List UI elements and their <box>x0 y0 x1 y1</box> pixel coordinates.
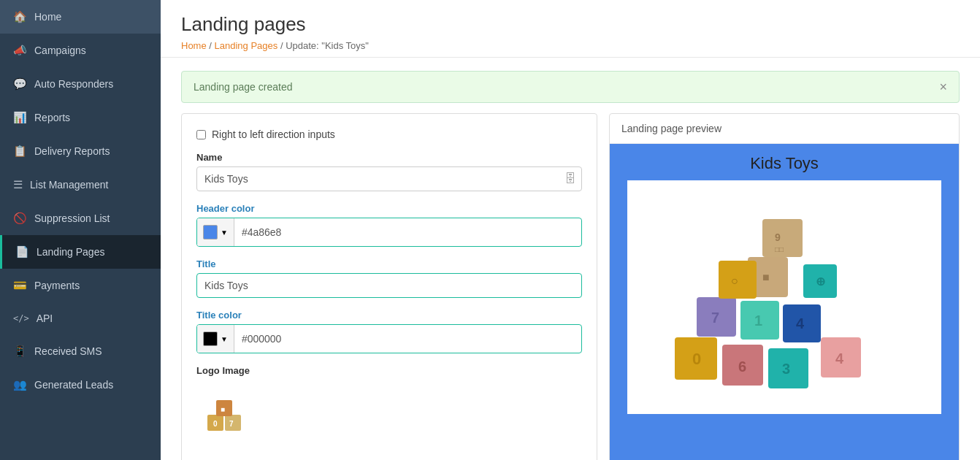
page-header: Landing pages Home / Landing Pages / Upd… <box>161 0 980 58</box>
alert-close-button[interactable]: × <box>939 80 947 93</box>
svg-text:○: ○ <box>731 275 738 287</box>
sidebar-item-campaigns[interactable]: 📣 Campaigns <box>0 34 161 67</box>
breadcrumb-home[interactable]: Home <box>181 40 207 51</box>
campaigns-icon: 📣 <box>13 44 27 57</box>
page-title: Landing pages <box>181 13 960 36</box>
svg-text:0: 0 <box>692 350 701 368</box>
preview-image-area: 0 6 3 7 1 <box>627 180 941 414</box>
form-panel: Right to left direction inputs Name 🗄 He… <box>181 113 597 460</box>
received-sms-icon: 📱 <box>13 345 27 358</box>
sidebar-item-auto-responders[interactable]: 💬 Auto Responders <box>0 67 161 101</box>
title-color-group: Title color ▼ <box>196 310 582 353</box>
svg-text:■: ■ <box>762 271 770 283</box>
success-alert: Landing page created × <box>181 71 960 103</box>
title-color-dropdown-icon: ▼ <box>221 335 228 343</box>
title-field-group: Title <box>196 258 582 298</box>
svg-text:7: 7 <box>229 420 234 428</box>
content-area: Landing page created × Right to left dir… <box>161 58 980 460</box>
title-color-label: Title color <box>196 310 582 321</box>
toy-blocks-illustration: 0 6 3 7 1 <box>660 191 908 403</box>
title-color-input-wrapper: ▼ <box>196 324 582 353</box>
title-label: Title <box>196 258 582 269</box>
header-color-swatch-button[interactable]: ▼ <box>197 218 234 246</box>
rtl-label[interactable]: Right to left direction inputs <box>212 129 335 140</box>
preview-label: Landing page preview <box>610 114 959 144</box>
title-color-text-input[interactable] <box>234 327 581 350</box>
sidebar-item-home[interactable]: 🏠 Home <box>0 0 161 34</box>
header-color-text-input[interactable] <box>234 221 581 244</box>
sidebar-item-list-management[interactable]: ☰ List Management <box>0 168 161 202</box>
sidebar-item-delivery-reports[interactable]: 📋 Delivery Reports <box>0 134 161 168</box>
breadcrumb-landing-pages[interactable]: Landing Pages <box>215 40 278 51</box>
reports-icon: 📊 <box>13 111 27 124</box>
sidebar-item-generated-leads[interactable]: 👥 Generated Leads <box>0 368 161 402</box>
sidebar-item-payments[interactable]: 💳 Payments <box>0 269 161 302</box>
svg-text:7: 7 <box>711 310 719 326</box>
svg-text:■: ■ <box>221 405 225 413</box>
header-color-group: Header color ▼ <box>196 203 582 247</box>
delivery-reports-icon: 📋 <box>13 145 27 158</box>
svg-text:4: 4 <box>796 315 805 331</box>
header-color-label: Header color <box>196 203 582 214</box>
svg-text:□□: □□ <box>775 245 784 253</box>
title-color-swatch-button[interactable]: ▼ <box>197 325 234 353</box>
sidebar-item-suppression-list[interactable]: 🚫 Suppression List <box>0 202 161 235</box>
payments-icon: 💳 <box>13 279 27 292</box>
name-label: Name <box>196 152 582 163</box>
rtl-checkbox-row: Right to left direction inputs <box>196 129 582 140</box>
generated-leads-icon: 👥 <box>13 378 27 391</box>
name-input[interactable] <box>196 166 582 191</box>
preview-title: Kids Toys <box>610 144 959 180</box>
logo-image-group: Logo Image 0 7 ■ <box>196 365 582 440</box>
sidebar-item-api[interactable]: </> API <box>0 302 161 334</box>
title-color-swatch <box>203 331 218 346</box>
list-management-icon: ☰ <box>13 178 23 191</box>
breadcrumb-sep1: / <box>209 40 214 51</box>
auto-responders-icon: 💬 <box>13 77 27 91</box>
logo-label: Logo Image <box>196 365 582 376</box>
logo-blocks-svg: 0 7 ■ <box>200 386 251 437</box>
form-preview-container: Right to left direction inputs Name 🗄 He… <box>181 113 960 460</box>
sidebar-item-reports[interactable]: 📊 Reports <box>0 101 161 134</box>
alert-message: Landing page created <box>194 81 292 93</box>
preview-panel: Landing page preview Kids Toys 0 6 <box>609 113 960 460</box>
sidebar: 🏠 Home 📣 Campaigns 💬 Auto Responders 📊 R… <box>0 0 161 460</box>
logo-preview: 0 7 ■ <box>196 382 255 440</box>
svg-text:4: 4 <box>835 350 844 367</box>
breadcrumb-current: Update: "Kids Toys" <box>286 40 369 51</box>
suppression-list-icon: 🚫 <box>13 212 27 225</box>
header-color-input-wrapper: ▼ <box>196 218 582 247</box>
main-content: Landing pages Home / Landing Pages / Upd… <box>161 0 980 460</box>
landing-pages-icon: 📄 <box>15 245 29 258</box>
home-icon: 🏠 <box>13 10 27 23</box>
svg-text:6: 6 <box>738 359 746 375</box>
name-input-wrapper: 🗄 <box>196 166 582 191</box>
sidebar-item-landing-pages[interactable]: 📄 Landing Pages <box>0 235 161 269</box>
header-color-dropdown-icon: ▼ <box>221 229 228 237</box>
preview-content: Kids Toys 0 6 <box>610 144 959 460</box>
svg-text:0: 0 <box>213 420 218 428</box>
database-icon: 🗄 <box>564 172 576 185</box>
sidebar-item-received-sms[interactable]: 📱 Received SMS <box>0 334 161 368</box>
svg-text:⊕: ⊕ <box>816 275 825 288</box>
rtl-checkbox[interactable] <box>196 130 206 139</box>
svg-text:1: 1 <box>754 313 762 329</box>
header-color-swatch <box>203 225 218 239</box>
api-icon: </> <box>13 313 29 323</box>
svg-text:3: 3 <box>782 361 790 377</box>
name-field-group: Name 🗄 <box>196 152 582 191</box>
breadcrumb: Home / Landing Pages / Update: "Kids Toy… <box>181 40 960 51</box>
title-input[interactable] <box>196 273 582 298</box>
svg-text:9: 9 <box>775 231 781 243</box>
